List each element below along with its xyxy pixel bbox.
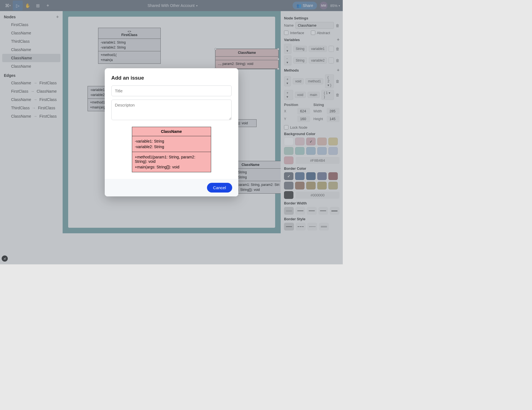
modal-overlay[interactable]: Add an issue ClassName -variable1: Strin… xyxy=(0,0,343,264)
issue-title-input[interactable] xyxy=(111,85,232,96)
modal-title: Add an issue xyxy=(111,75,232,81)
issue-preview: ClassName -variable1: String-variable2: … xyxy=(132,127,211,172)
add-issue-modal: Add an issue ClassName -variable1: Strin… xyxy=(105,68,238,196)
issue-description-input[interactable] xyxy=(111,100,232,120)
cancel-button[interactable]: Cancel xyxy=(207,183,232,193)
